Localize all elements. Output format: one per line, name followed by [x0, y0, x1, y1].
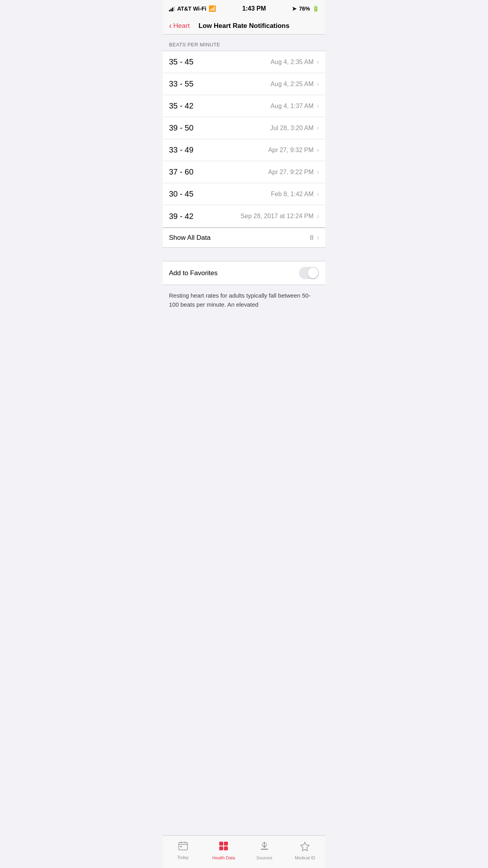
nav-bar: ‹ Heart Low Heart Rate Notifications: [163, 17, 325, 35]
table-row[interactable]: 35 - 45 Aug 4, 2:35 AM ›: [163, 51, 325, 73]
back-label: Heart: [173, 22, 190, 30]
toggle-knob: [308, 268, 318, 278]
row-chevron-icon: ›: [317, 102, 319, 110]
show-all-label: Show All Data: [169, 234, 211, 242]
list-item-right: Apr 27, 9:22 PM ›: [268, 168, 319, 176]
battery-label: 76%: [299, 6, 310, 12]
favorites-row: Add to Favorites: [163, 261, 325, 285]
list-item-right: Feb 8, 1:42 AM ›: [271, 190, 319, 198]
date-value: Aug 4, 2:25 AM: [271, 81, 314, 88]
battery-icon: 🔋: [312, 6, 319, 12]
table-row[interactable]: 39 - 42 Sep 28, 2017 at 12:24 PM ›: [163, 205, 325, 227]
bpm-value: 37 - 60: [169, 167, 193, 177]
table-row[interactable]: 37 - 60 Apr 27, 9:22 PM ›: [163, 161, 325, 183]
row-chevron-icon: ›: [317, 58, 319, 66]
page-title: Low Heart Rate Notifications: [198, 22, 289, 30]
favorites-label: Add to Favorites: [169, 269, 218, 277]
spacer: [163, 248, 325, 261]
row-chevron-icon: ›: [317, 190, 319, 198]
bpm-value: 33 - 55: [169, 79, 193, 88]
back-chevron-icon: ‹: [169, 22, 172, 30]
signal-bars: [169, 6, 175, 11]
table-row[interactable]: 39 - 50 Jul 28, 3:20 AM ›: [163, 117, 325, 139]
status-right: ➤ 76% 🔋: [292, 6, 319, 12]
bpm-value: 35 - 45: [169, 57, 193, 66]
status-time: 1:43 PM: [242, 5, 266, 12]
date-value: Jul 28, 3:20 AM: [270, 125, 314, 132]
table-row[interactable]: 33 - 49 Apr 27, 9:32 PM ›: [163, 139, 325, 161]
description-text: Resting heart rates for adults typically…: [169, 291, 319, 309]
show-all-count: 8: [310, 234, 314, 242]
row-chevron-icon: ›: [317, 80, 319, 88]
list-item-right: Sep 28, 2017 at 12:24 PM ›: [240, 212, 319, 221]
description-container: Resting heart rates for adults typically…: [163, 285, 325, 312]
list-item-right: Aug 4, 1:37 AM ›: [271, 102, 319, 110]
carrier-label: AT&T Wi-Fi: [177, 6, 206, 12]
table-row[interactable]: 33 - 55 Aug 4, 2:25 AM ›: [163, 73, 325, 95]
list-item-right: Aug 4, 2:35 AM ›: [271, 58, 319, 66]
favorites-toggle[interactable]: [299, 267, 319, 279]
bpm-value: 35 - 42: [169, 101, 193, 110]
records-list: 35 - 45 Aug 4, 2:35 AM › 33 - 55 Aug 4, …: [163, 51, 325, 228]
row-chevron-icon: ›: [317, 124, 319, 132]
back-button[interactable]: ‹ Heart: [169, 22, 190, 30]
row-chevron-icon: ›: [317, 212, 319, 221]
row-chevron-icon: ›: [317, 168, 319, 176]
bpm-value: 30 - 45: [169, 189, 193, 199]
location-icon: ➤: [292, 6, 297, 12]
date-value: Sep 28, 2017 at 12:24 PM: [240, 213, 314, 220]
date-value: Apr 27, 9:22 PM: [268, 169, 314, 176]
wifi-icon: 📶: [209, 5, 216, 12]
date-value: Feb 8, 1:42 AM: [271, 191, 314, 198]
date-value: Aug 4, 1:37 AM: [271, 103, 314, 110]
status-left: AT&T Wi-Fi 📶: [169, 5, 216, 12]
section-header: BEATS PER MINUTE: [163, 35, 325, 51]
show-all-chevron-icon: ›: [317, 234, 319, 242]
bpm-value: 39 - 50: [169, 123, 193, 132]
status-bar: AT&T Wi-Fi 📶 1:43 PM ➤ 76% 🔋: [163, 0, 325, 17]
bpm-value: 39 - 42: [169, 212, 193, 221]
list-item-right: Aug 4, 2:25 AM ›: [271, 80, 319, 88]
show-all-row[interactable]: Show All Data 8 ›: [163, 228, 325, 248]
show-all-right: 8 ›: [310, 234, 319, 242]
date-value: Aug 4, 2:35 AM: [271, 59, 314, 66]
table-row[interactable]: 30 - 45 Feb 8, 1:42 AM ›: [163, 183, 325, 205]
list-item-right: Jul 28, 3:20 AM ›: [270, 124, 319, 132]
date-value: Apr 27, 9:32 PM: [268, 147, 314, 154]
bpm-value: 33 - 49: [169, 145, 193, 154]
list-item-right: Apr 27, 9:32 PM ›: [268, 146, 319, 154]
row-chevron-icon: ›: [317, 146, 319, 154]
table-row[interactable]: 35 - 42 Aug 4, 1:37 AM ›: [163, 95, 325, 117]
